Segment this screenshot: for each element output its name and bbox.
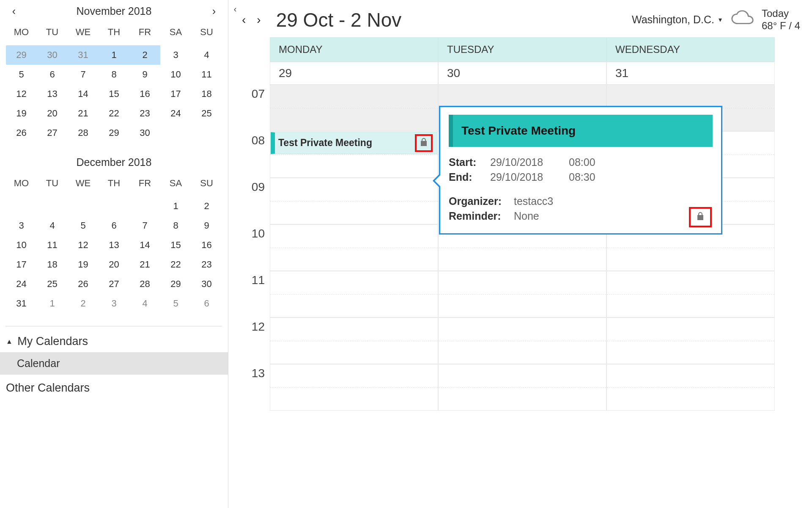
mini-calendar-day[interactable]: 12	[68, 235, 99, 255]
mini-calendar-day[interactable]: 13	[37, 84, 68, 104]
calendar-item-calendar[interactable]: Calendar	[0, 352, 228, 375]
time-cell[interactable]	[270, 85, 438, 131]
mini-calendar-day[interactable]: 15	[99, 84, 129, 104]
collapse-sidebar-button[interactable]: ‹	[228, 2, 242, 16]
mini-calendar-day[interactable]: 17	[6, 255, 37, 274]
mini-calendar-day[interactable]: 24	[160, 104, 191, 123]
mini-calendar-day[interactable]: 7	[129, 216, 160, 235]
mini-calendar-day[interactable]: 22	[160, 255, 191, 274]
mini-calendar-day[interactable]: 24	[6, 274, 37, 294]
day-number[interactable]: 29	[270, 62, 438, 85]
mini-calendar-day[interactable]: 31	[6, 294, 37, 313]
day-header[interactable]: MONDAY	[270, 37, 438, 62]
mini-calendar-day[interactable]: 6	[191, 294, 222, 313]
mini-calendar-day[interactable]: 30	[129, 123, 160, 143]
mini-calendar-day[interactable]: 6	[37, 65, 68, 84]
mini-calendar-day[interactable]: 27	[37, 123, 68, 143]
mini-calendar-day[interactable]: 29	[6, 45, 37, 65]
mini-calendar-day[interactable]: 25	[37, 274, 68, 294]
mini-calendar-day[interactable]: 26	[6, 123, 37, 143]
mini-calendar-day[interactable]: 4	[191, 45, 222, 65]
mini-calendar-day[interactable]: 2	[129, 45, 160, 65]
mini-calendar-day[interactable]: 16	[129, 84, 160, 104]
mini-calendar-day[interactable]: 27	[99, 274, 129, 294]
mini-calendar-day[interactable]: 30	[191, 274, 222, 294]
weather-location-dropdown[interactable]: Washington, D.C. ▾	[632, 14, 722, 26]
mini-calendar-day[interactable]: 29	[99, 123, 129, 143]
mini-calendar-day[interactable]: 31	[68, 45, 99, 65]
mini-calendar-day[interactable]: 4	[37, 216, 68, 235]
mini-calendar-day[interactable]: 15	[160, 235, 191, 255]
mini-calendar-day[interactable]: 26	[68, 274, 99, 294]
mini-calendar-day[interactable]: 3	[160, 45, 191, 65]
mini-calendar-day[interactable]: 19	[6, 104, 37, 123]
mini-calendar-day[interactable]: 3	[99, 294, 129, 313]
mini-calendar-day[interactable]: 23	[191, 255, 222, 274]
mini-calendar-day[interactable]: 18	[191, 84, 222, 104]
mini-calendar-day[interactable]: 19	[68, 255, 99, 274]
mini-calendar-day[interactable]: 5	[160, 294, 191, 313]
mini-calendar-day[interactable]: 8	[99, 65, 129, 84]
mini-calendar-day[interactable]: 8	[160, 216, 191, 235]
mini-calendar-day[interactable]: 11	[191, 65, 222, 84]
mini-calendar-day[interactable]: 1	[99, 45, 129, 65]
time-cell[interactable]	[606, 364, 775, 411]
day-number[interactable]: 30	[438, 62, 606, 85]
mini-calendar-day[interactable]: 25	[191, 104, 222, 123]
mini-calendar-day[interactable]: 13	[99, 235, 129, 255]
time-cell[interactable]	[606, 271, 775, 318]
mini-calendar-day[interactable]: 23	[129, 104, 160, 123]
mini-calendar-day[interactable]: 4	[129, 294, 160, 313]
mini-calendar-day[interactable]: 6	[99, 216, 129, 235]
time-cell[interactable]	[606, 318, 775, 364]
mini-calendar-day[interactable]: 20	[37, 104, 68, 123]
mini-calendar-day[interactable]: 12	[6, 84, 37, 104]
prev-month-button[interactable]: ‹	[8, 5, 19, 17]
time-cell[interactable]	[270, 271, 438, 318]
mini-calendar-day[interactable]: 21	[129, 255, 160, 274]
mini-calendar-day[interactable]: 28	[68, 123, 99, 143]
time-grid[interactable]: 07080910111213 Test Private Meeting Test…	[228, 85, 812, 508]
mini-calendar-day[interactable]: 18	[37, 255, 68, 274]
mini-calendar-day[interactable]: 14	[129, 235, 160, 255]
mini-calendar-day[interactable]: 5	[68, 216, 99, 235]
mini-calendar-day[interactable]: 9	[191, 216, 222, 235]
time-cell[interactable]	[438, 364, 606, 411]
day-number[interactable]: 31	[606, 62, 775, 85]
mini-calendar-day[interactable]: 1	[160, 196, 191, 216]
time-cell[interactable]	[270, 364, 438, 411]
mini-calendar-day[interactable]: 11	[37, 235, 68, 255]
event-test-private-meeting[interactable]: Test Private Meeting	[271, 132, 437, 154]
mini-calendar-day[interactable]: 16	[191, 235, 222, 255]
weather-widget[interactable]: Today 68° F / 4	[730, 8, 800, 32]
next-week-button[interactable]: ›	[255, 13, 262, 27]
mini-calendar-day[interactable]: 20	[99, 255, 129, 274]
next-month-button[interactable]: ›	[208, 5, 219, 17]
mini-calendar-week: 24252627282930	[6, 274, 222, 294]
mini-calendar-day[interactable]: 5	[6, 65, 37, 84]
mini-calendar-day[interactable]: 2	[191, 196, 222, 216]
mini-calendar-day[interactable]: 14	[68, 84, 99, 104]
mini-calendar-day[interactable]: 29	[160, 274, 191, 294]
day-header[interactable]: WEDNESDAY	[606, 37, 775, 62]
mini-calendar-day[interactable]: 28	[129, 274, 160, 294]
other-calendars-header[interactable]: Other Calendars	[6, 379, 222, 397]
mini-calendar-day[interactable]: 21	[68, 104, 99, 123]
mini-calendar-day[interactable]: 10	[6, 235, 37, 255]
mini-calendar-day[interactable]: 9	[129, 65, 160, 84]
mini-calendar-day[interactable]: 10	[160, 65, 191, 84]
mini-calendar-day[interactable]: 2	[68, 294, 99, 313]
my-calendars-header[interactable]: ▲ My Calendars	[6, 332, 222, 351]
time-cell[interactable]	[270, 318, 438, 364]
mini-calendar-day[interactable]: 1	[37, 294, 68, 313]
mini-calendar-day[interactable]: 17	[160, 84, 191, 104]
time-cell[interactable]	[270, 178, 438, 224]
mini-calendar-day[interactable]: 22	[99, 104, 129, 123]
mini-calendar-day[interactable]: 3	[6, 216, 37, 235]
time-cell[interactable]	[438, 318, 606, 364]
day-header[interactable]: TUESDAY	[438, 37, 606, 62]
time-cell[interactable]	[438, 271, 606, 318]
mini-calendar-day[interactable]: 30	[37, 45, 68, 65]
time-cell[interactable]	[270, 224, 438, 271]
mini-calendar-day[interactable]: 7	[68, 65, 99, 84]
